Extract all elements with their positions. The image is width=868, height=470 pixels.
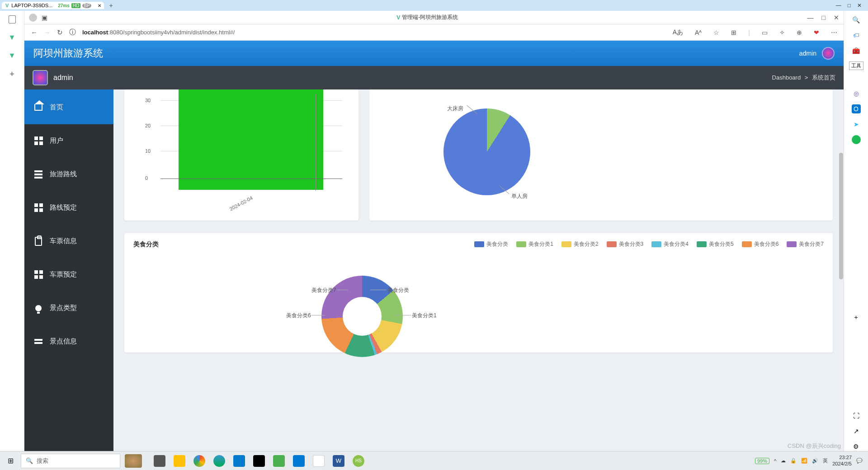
tab-title: LAPTOP-3S9DS... bbox=[11, 3, 52, 8]
os-minimize-icon[interactable]: — bbox=[836, 2, 841, 9]
new-tab-button[interactable]: + bbox=[109, 2, 113, 9]
tab-close-icon[interactable]: ✕ bbox=[98, 3, 101, 8]
hd-badge: HD bbox=[71, 3, 80, 8]
tab-badges: 27ms HD BP bbox=[58, 3, 91, 8]
tab-favicon-icon: V bbox=[5, 3, 9, 8]
bp-badge: BP bbox=[82, 3, 91, 8]
os-maximize-icon[interactable]: □ bbox=[848, 2, 851, 9]
latency-badge: 27ms bbox=[58, 3, 70, 8]
os-close-icon[interactable]: ✕ bbox=[857, 2, 862, 9]
browser-tab[interactable]: V LAPTOP-3S9DS... 27ms HD BP ✕ bbox=[2, 2, 104, 9]
os-titlebar: V LAPTOP-3S9DS... 27ms HD BP ✕ + — □ ✕ bbox=[0, 0, 868, 11]
os-window-controls: — □ ✕ bbox=[836, 2, 866, 9]
